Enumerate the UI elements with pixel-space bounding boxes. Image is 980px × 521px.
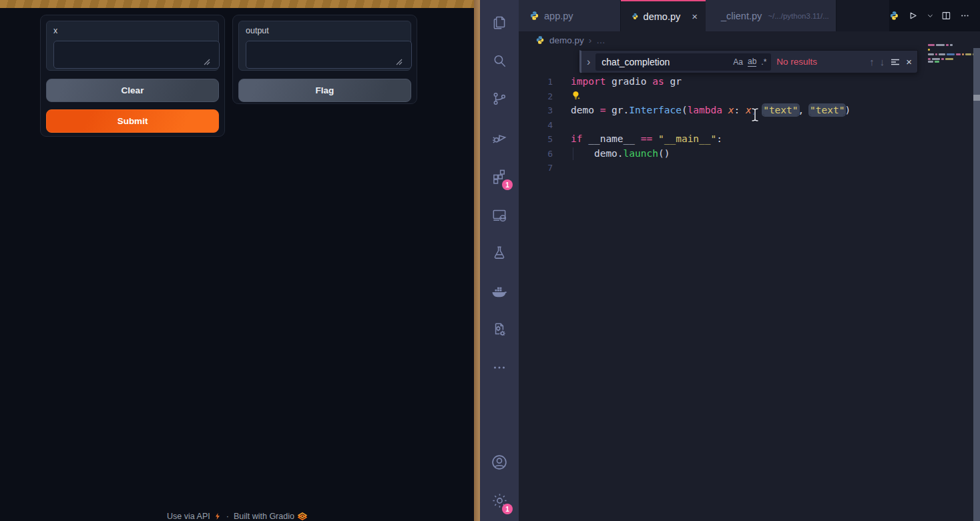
use-via-api-link[interactable]: Use via API [167,512,222,521]
code-token: == [641,133,652,144]
code-lines: 1import gradio as gr23demo = gr.Interfac… [519,75,980,175]
input-textarea[interactable] [53,41,220,69]
code-token: ( [682,105,688,115]
extensions-icon[interactable]: 1 [480,159,519,193]
code-token: : [734,105,745,115]
tab-label: _client.py [721,11,762,21]
settings-gear-icon[interactable]: 1 [480,484,519,517]
run-debug-icon[interactable] [480,121,519,154]
more-views-icon[interactable] [480,351,519,384]
tab-label: app.py [544,11,573,21]
editor-group: app.py demo.py × _client.py [519,0,980,521]
breadcrumb-more[interactable]: … [596,35,605,45]
whole-word-button[interactable]: ab [748,57,756,67]
run-dropdown-chevron-icon[interactable] [927,12,934,19]
code-token: gradio [605,76,652,87]
minimap-line [928,44,953,46]
code-token [652,133,658,144]
find-input[interactable] [600,56,728,68]
tab-demo-py[interactable]: demo.py × [621,0,706,31]
code-token: , [798,105,810,115]
tab-label: demo.py [644,11,681,22]
vscode-window: 1 [480,0,980,521]
line-number: 1 [519,75,553,89]
code-token: "text" [810,105,844,115]
toggle-replace-button[interactable]: › [587,56,590,68]
gradio-output-column: output Flag [232,15,417,104]
breadcrumb-file[interactable]: demo.py [549,35,584,45]
python-icon [632,11,639,21]
breadcrumb-separator: › [589,35,592,45]
code-token: "__main__" [658,133,716,144]
lightbulb-icon[interactable] [571,91,581,101]
code-line[interactable]: 6 demo.launch() [519,147,980,161]
editor-scrollbar[interactable] [973,48,980,521]
indent-guide [573,147,573,160]
tab-client-py[interactable]: _client.py ~/.../python3.11/... [706,0,836,31]
breadcrumb[interactable]: demo.py › … [519,31,980,49]
python-icon [889,11,899,21]
find-input-box: Aa ab .* [595,53,771,71]
code-text: if __name__ == "__main__": [571,132,722,147]
previous-match-button[interactable]: ↑ [869,56,875,67]
screen: x Clear Submit output [0,0,980,521]
python-icon [529,11,539,21]
remote-explorer-icon[interactable] [480,198,519,231]
find-close-button[interactable]: × [906,56,912,67]
flag-button[interactable]: Flag [238,79,411,102]
code-token: __name__ [582,133,640,144]
code-token: lambda [688,105,722,115]
scrollbar-thumb[interactable] [973,95,980,101]
code-token: () [658,148,670,159]
task-runner-icon[interactable] [480,313,519,346]
find-in-selection-button[interactable] [890,57,901,67]
testing-beaker-icon[interactable] [480,236,519,270]
code-token [722,105,728,115]
code-line[interactable]: 1import gradio as gr [519,75,980,89]
code-line[interactable]: 2 [519,89,980,104]
docker-icon[interactable] [480,275,519,308]
extensions-badge: 1 [502,179,513,190]
tab-app-py[interactable]: app.py [519,0,621,31]
line-number: 2 [519,89,553,104]
files-icon [491,13,508,31]
code-token: : [716,133,722,144]
match-case-button[interactable]: Aa [733,57,743,67]
accounts-icon[interactable] [480,446,519,479]
code-token: if [571,133,582,144]
split-editor-button[interactable] [941,10,952,21]
code-token: ) [844,105,850,115]
gradio-input-column: x Clear Submit [40,15,225,137]
find-status: No results [776,57,817,67]
code-line[interactable]: 5if __name__ == "__main__": [519,132,980,147]
tab-close-icon[interactable]: × [692,11,698,22]
input-card: x [46,21,219,71]
clear-button[interactable]: Clear [46,79,219,102]
settings-badge: 1 [502,504,513,514]
built-with-gradio-link[interactable]: Built with Gradio [234,512,307,521]
window-top-bar [0,0,474,8]
tab-path-hint: ~/.../python3.11/... [768,12,829,20]
find-widget: › Aa ab .* No results ↑ ↓ × [579,50,918,73]
run-button[interactable] [907,9,919,22]
explorer-icon[interactable] [480,5,519,39]
search-icon[interactable] [480,44,519,77]
regex-button[interactable]: .* [761,57,766,67]
line-number: 5 [519,132,553,147]
code-token: launch [624,148,658,159]
source-control-icon[interactable] [480,82,519,115]
output-textarea[interactable] [246,41,412,69]
code-text: demo.launch() [571,147,670,161]
code-text [571,89,581,104]
code-token: demo. [571,148,624,159]
next-match-button[interactable]: ↓ [880,56,885,67]
more-actions-button[interactable] [959,10,971,21]
code-token: gr [664,76,682,87]
code-token: demo [571,105,600,115]
minimap[interactable] [928,44,966,73]
clear-button-label: Clear [121,85,144,95]
code-token: Interface [629,105,682,115]
submit-button[interactable]: Submit [46,109,219,133]
editor-actions [889,0,980,31]
code-line[interactable]: 7 [519,161,980,175]
